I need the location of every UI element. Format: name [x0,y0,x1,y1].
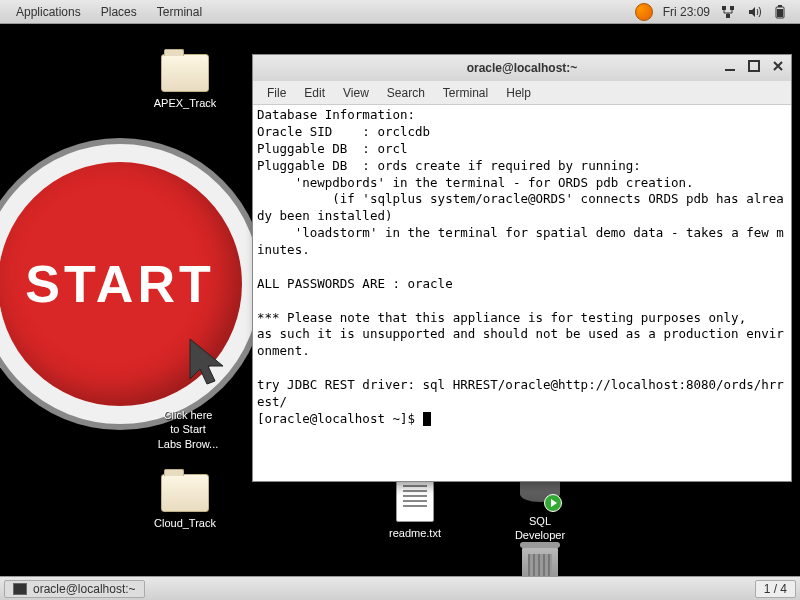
menu-help[interactable]: Help [498,84,539,102]
folder-icon [161,474,209,512]
volume-icon[interactable] [746,4,762,20]
svg-rect-7 [749,61,759,71]
terminal-window[interactable]: oracle@localhost:~ File Edit View Search… [252,54,792,482]
desktop-icon-readme[interactable]: readme.txt [370,474,460,540]
maximize-button[interactable] [747,59,761,73]
terminal-text: Database Information: Oracle SID : orclc… [257,107,784,426]
icon-label: Click here to Start Labs Brow... [140,408,236,451]
close-button[interactable] [771,59,785,73]
menu-file[interactable]: File [259,84,294,102]
taskbar-entry-terminal[interactable]: oracle@localhost:~ [4,580,145,598]
terminal-menubar: File Edit View Search Terminal Help [253,81,791,105]
places-menu[interactable]: Places [91,5,147,19]
menu-view[interactable]: View [335,84,377,102]
window-title: oracle@localhost:~ [467,61,578,75]
applications-menu[interactable]: Applications [6,5,91,19]
svg-rect-1 [730,6,734,10]
svg-rect-2 [726,14,730,18]
desktop-icon-apex[interactable]: APEX_Track [140,54,230,110]
desktop-icon-cloud[interactable]: Cloud_Track [140,474,230,530]
start-text: START [25,254,214,314]
top-panel: Applications Places Terminal Fri 23:09 [0,0,800,24]
cursor-graphic [185,334,235,394]
firefox-icon[interactable] [635,3,653,21]
clock[interactable]: Fri 23:09 [663,5,710,19]
taskbar-label: oracle@localhost:~ [33,582,136,596]
terminal-menu[interactable]: Terminal [147,5,212,19]
svg-rect-4 [778,5,782,7]
svg-rect-5 [777,9,783,17]
icon-label: SQL Developer [495,514,585,543]
terminal-cursor [423,412,431,426]
menu-edit[interactable]: Edit [296,84,333,102]
network-icon[interactable] [720,4,736,20]
menu-terminal[interactable]: Terminal [435,84,496,102]
folder-icon [161,54,209,92]
terminal-icon [13,583,27,595]
svg-rect-0 [722,6,726,10]
icon-label: APEX_Track [140,96,230,110]
terminal-output[interactable]: Database Information: Oracle SID : orclc… [253,105,791,481]
bottom-panel: oracle@localhost:~ 1 / 4 [0,576,800,600]
icon-label: readme.txt [370,526,460,540]
icon-label: Cloud_Track [140,516,230,530]
desktop-icon-start-labs[interactable]: Click here to Start Labs Brow... [140,404,236,451]
workspace-switcher[interactable]: 1 / 4 [755,580,796,598]
system-tray: Fri 23:09 [635,3,794,21]
minimize-button[interactable] [723,59,737,73]
menu-search[interactable]: Search [379,84,433,102]
svg-rect-6 [725,69,735,71]
battery-icon[interactable] [772,4,788,20]
desktop[interactable]: START APEX_Track Click here to Start Lab… [0,24,800,576]
window-titlebar[interactable]: oracle@localhost:~ [253,55,791,81]
